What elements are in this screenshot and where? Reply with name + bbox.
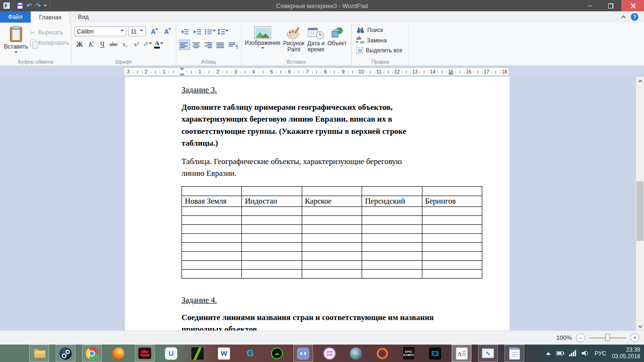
table-cell[interactable]: [362, 206, 422, 215]
tab-view[interactable]: Вид: [70, 11, 97, 23]
table-cell[interactable]: [242, 251, 302, 260]
align-center-button[interactable]: [191, 40, 202, 50]
table-cell[interactable]: Берингов: [422, 196, 482, 206]
table-cell[interactable]: [422, 233, 482, 242]
align-left-button[interactable]: [179, 40, 190, 50]
network-signal-icon[interactable]: [569, 350, 576, 356]
word-taskbar-button[interactable]: W: [214, 345, 234, 362]
show-hidden-icons-button[interactable]: [546, 352, 551, 355]
justify-button[interactable]: [215, 40, 226, 50]
gog-galaxy-taskbar-button[interactable]: gog com: [320, 345, 339, 362]
zoom-slider[interactable]: [589, 333, 626, 342]
font-size-select[interactable]: 11: [128, 26, 146, 36]
insert-object-button[interactable]: Объект: [326, 25, 348, 47]
document-page[interactable]: Задание 3. Дополните таблицу примерами г…: [125, 77, 510, 330]
cut-button[interactable]: ✂ Вырезать: [30, 29, 69, 36]
gpu-tweak-taskbar-button[interactable]: GPU Tweak: [135, 345, 155, 362]
list-button[interactable]: [205, 26, 216, 37]
table-cell[interactable]: [422, 224, 482, 233]
table-cell[interactable]: [302, 206, 362, 215]
table-cell[interactable]: [182, 215, 242, 224]
bold-button[interactable]: Ж: [74, 39, 85, 49]
table-cell[interactable]: [362, 251, 422, 260]
line-spacing-button[interactable]: [217, 26, 229, 37]
battery-icon[interactable]: [556, 351, 563, 355]
file-explorer-taskbar-button[interactable]: [29, 345, 49, 362]
table-cell[interactable]: [242, 269, 302, 278]
volume-icon[interactable]: [582, 350, 589, 356]
table-cell[interactable]: [362, 269, 422, 278]
table-cell[interactable]: [422, 260, 482, 269]
language-indicator[interactable]: РУС: [594, 350, 606, 357]
superscript-button[interactable]: x²: [131, 39, 141, 49]
table-cell[interactable]: [182, 206, 242, 215]
scrollbar-thumb[interactable]: [636, 181, 644, 241]
table-cell[interactable]: [362, 186, 422, 196]
table-cell[interactable]: [302, 224, 362, 233]
font-color-button[interactable]: А: [154, 39, 164, 49]
table-cell[interactable]: [302, 260, 362, 269]
table-cell[interactable]: [302, 186, 362, 196]
firefox-taskbar-button[interactable]: [108, 345, 128, 362]
align-right-button[interactable]: [203, 40, 214, 50]
scroll-up-button[interactable]: [636, 77, 644, 85]
paste-button[interactable]: Вставить: [2, 25, 30, 58]
table-cell[interactable]: [242, 206, 302, 215]
table-cell[interactable]: [242, 233, 302, 242]
logitech-gaming-taskbar-button[interactable]: G: [240, 345, 260, 362]
collapse-ribbon-icon[interactable]: [621, 16, 626, 20]
underline-button[interactable]: Ч: [97, 39, 107, 49]
replace-button[interactable]: ab ac Замена: [356, 37, 407, 44]
table-cell[interactable]: [422, 242, 482, 251]
table-cell[interactable]: Карское: [302, 196, 362, 206]
table-cell[interactable]: [242, 260, 302, 269]
table-cell[interactable]: [302, 233, 362, 242]
zoom-out-button[interactable]: –: [576, 333, 585, 342]
start-button[interactable]: [1, 345, 23, 362]
undo-button[interactable]: ↶: [26, 2, 32, 9]
table-cell[interactable]: [182, 242, 242, 251]
table-cell[interactable]: [302, 269, 362, 278]
decrease-indent-button[interactable]: [179, 26, 190, 37]
date-time-button[interactable]: Дата и время: [306, 25, 326, 53]
customize-qat-dropdown[interactable]: [44, 5, 47, 8]
table-cell[interactable]: [362, 215, 422, 224]
table-cell[interactable]: [182, 260, 242, 269]
zoom-in-button[interactable]: +: [630, 333, 639, 342]
chrome-taskbar-button[interactable]: [82, 345, 102, 362]
save-button[interactable]: [17, 3, 23, 9]
table-cell[interactable]: [302, 251, 362, 260]
increase-indent-button[interactable]: [192, 26, 203, 37]
shrink-font-button[interactable]: А: [161, 26, 172, 36]
table-cell[interactable]: [182, 269, 242, 278]
task-manager-taskbar-button[interactable]: ∿: [478, 345, 498, 362]
table-cell[interactable]: [182, 224, 242, 233]
strikethrough-button[interactable]: abc: [108, 39, 119, 49]
help-button[interactable]: ?: [631, 13, 638, 21]
table-cell[interactable]: [182, 233, 242, 242]
close-button[interactable]: [621, 0, 644, 11]
table-cell[interactable]: [362, 260, 422, 269]
minimize-button[interactable]: [579, 0, 600, 11]
select-all-button[interactable]: Выделить все: [356, 47, 407, 54]
discord-taskbar-button[interactable]: [293, 345, 313, 362]
grow-font-button[interactable]: А: [148, 26, 159, 36]
redo-button[interactable]: ↷: [35, 2, 41, 9]
table-cell[interactable]: [242, 215, 302, 224]
zoom-slider-handle[interactable]: [605, 334, 610, 341]
razer-synapse-taskbar-button[interactable]: ☁: [267, 345, 287, 362]
origin-taskbar-button[interactable]: [372, 345, 392, 362]
table-cell[interactable]: [302, 242, 362, 251]
clock[interactable]: 23:39 03.05.2018: [612, 347, 640, 360]
table-cell[interactable]: [422, 186, 482, 196]
ruler-strip[interactable]: 321123456789101112131415161718: [124, 67, 509, 76]
table-cell[interactable]: Новая Земля: [182, 196, 242, 206]
table-cell[interactable]: [422, 215, 482, 224]
uplay-taskbar-button[interactable]: U: [161, 345, 181, 362]
table-cell[interactable]: Персидский: [362, 196, 422, 206]
scroll-down-button[interactable]: [636, 322, 644, 330]
table-cell[interactable]: [182, 251, 242, 260]
table-cell[interactable]: [242, 242, 302, 251]
paint-drawing-button[interactable]: Рисунок Paint: [282, 25, 306, 53]
table-cell[interactable]: [422, 269, 482, 278]
